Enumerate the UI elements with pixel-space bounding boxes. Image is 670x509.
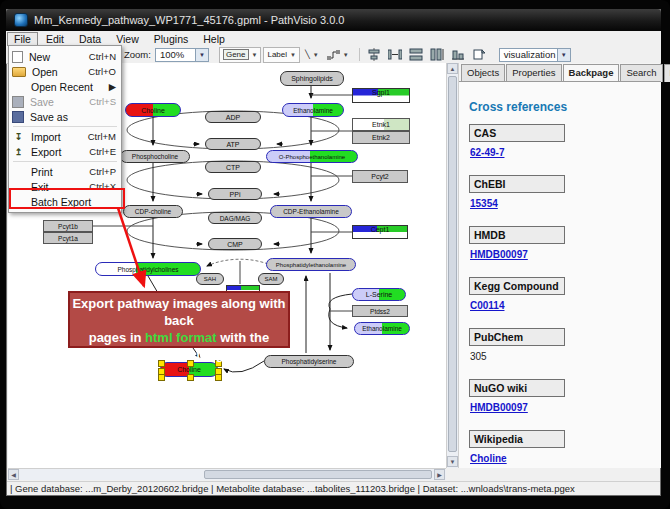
node-label: Choline [177, 366, 201, 373]
gene-tool-button[interactable]: Gene ▼ [219, 47, 262, 63]
section-title: Wikipedia [469, 430, 565, 448]
stack-columns-icon[interactable] [428, 47, 446, 62]
pathway-node-dag-mag[interactable]: DAG/MAG [208, 212, 262, 224]
menu-edit[interactable]: Edit [39, 32, 71, 46]
pathway-node-phosphatidylcholines[interactable]: Phosphatidylcholines [95, 262, 201, 276]
cross-reference-link[interactable]: 62-49-7 [470, 147, 504, 158]
page-flip-icon[interactable] [470, 47, 488, 62]
pathway-node-ethanolamine[interactable]: Ethanolamine [282, 103, 344, 117]
cross-reference-link[interactable]: HMDB00097 [470, 249, 528, 260]
menu-data[interactable]: Data [72, 32, 108, 46]
cross-reference-link[interactable]: HMDB00097 [470, 402, 528, 413]
label-tool-button[interactable]: Label ▼ [263, 47, 300, 63]
pathway-node-ppi[interactable]: PPi [208, 188, 262, 200]
pathway-node-sgpl1[interactable]: Sgpl1 [352, 88, 410, 103]
pathway-node-adp[interactable]: ADP [205, 111, 261, 123]
align-center-icon[interactable] [365, 47, 383, 62]
pathway-node-sam[interactable]: SAM [258, 273, 284, 285]
menu-plugins[interactable]: Plugins [147, 32, 195, 46]
file-menu-item-save[interactable]: SaveCtrl+S [10, 94, 120, 109]
file-menu-item-new[interactable]: NewCtrl+N [10, 49, 120, 64]
cross-reference-link[interactable]: C00114 [470, 300, 504, 311]
annotation-callout: Export pathway images along with back pa… [68, 291, 290, 348]
cross-reference-link[interactable]: Choline [470, 453, 507, 464]
scroll-down-icon[interactable]: ▼ [447, 456, 458, 467]
tab-properties[interactable]: Properties [506, 64, 561, 82]
pathway-node-pcyt1a[interactable]: Pcyt1a [43, 232, 93, 244]
zoom-combobox[interactable]: 100% ▼ [155, 48, 209, 62]
pathway-node-pcyt1b[interactable]: Pcyt1b [43, 220, 93, 232]
pathway-node-sphingolipids[interactable]: Sphingolipids [280, 71, 344, 86]
pathway-node-l-serine[interactable]: L-Serine [352, 288, 406, 301]
stack-rows-icon[interactable] [407, 47, 425, 62]
pathway-node-cdp-choline[interactable]: CDP-choline [123, 205, 183, 218]
scroll-right-icon[interactable]: ▶ [434, 469, 445, 480]
connector-tool-button[interactable]: ▼ [324, 48, 352, 62]
title-bar[interactable]: Mm_Kennedy_pathway_WP1771_45176.gpml - P… [6, 9, 661, 31]
pathway-node-etnk1[interactable]: Etnk1 [352, 118, 410, 131]
horizontal-scrollbar[interactable]: ◀ ▶ [8, 468, 446, 480]
menu-item-shortcut: Ctrl+P [89, 166, 116, 177]
chevron-down-icon: ▼ [195, 49, 208, 61]
file-menu-item-open-recent[interactable]: Open Recent▶ [10, 79, 120, 94]
annotation-line1: Export pathway images along with back [70, 295, 288, 329]
selection-handle[interactable] [187, 374, 194, 381]
pathway-node-phosphatidylethanolamine[interactable]: Phosphatidylethanolamine [266, 258, 356, 271]
menu-item-label: Save [30, 96, 81, 108]
file-menu-item-import[interactable]: ↧ImportCtrl+M [10, 129, 120, 144]
menu-file[interactable]: File [7, 32, 38, 46]
selection-handle[interactable] [215, 374, 222, 381]
selection-handle[interactable] [158, 374, 165, 381]
chevron-down-icon: ▼ [290, 52, 296, 58]
scroll-up-icon[interactable]: ▲ [447, 63, 458, 74]
node-label: CDP-choline [135, 208, 172, 215]
pathway-node-atp[interactable]: ATP [205, 138, 261, 150]
scroll-left-icon[interactable]: ◀ [8, 469, 19, 480]
section-title: CAS [469, 124, 565, 142]
visualization-combobox[interactable]: visualization ▼ [499, 48, 571, 62]
file-menu-item-open[interactable]: OpenCtrl+O [10, 64, 120, 79]
tab-legend[interactable]: Legend [664, 64, 670, 82]
file-menu-item-print[interactable]: PrintCtrl+P [10, 164, 120, 179]
pathway-node-sah[interactable]: SAH [196, 273, 224, 285]
no-icon [12, 81, 25, 92]
pathway-node-ethanolamine[interactable]: Ethanolamine [354, 322, 410, 335]
menu-item-label: Open Recent [31, 81, 101, 93]
horizontal-scroll-thumb[interactable] [204, 470, 432, 479]
pathway-node-choline[interactable]: Choline [125, 103, 181, 117]
node-label: SAH [204, 276, 216, 282]
distribute-horizontal-icon[interactable] [386, 47, 404, 62]
file-menu-item-export[interactable]: ↥ExportCtrl+E [10, 144, 120, 159]
align-bottom-icon[interactable] [449, 47, 467, 62]
node-label: L-Serine [366, 291, 392, 298]
window-title: Mm_Kennedy_pathway_WP1771_45176.gpml - P… [34, 14, 344, 26]
menu-item-shortcut: Ctrl+O [88, 66, 116, 77]
pathway-node-cept1[interactable]: Cept1 [352, 225, 408, 239]
node-label: Sgpl1 [372, 89, 390, 97]
menu-item-label: Open [32, 66, 80, 78]
pathway-node-ctp[interactable]: CTP [205, 161, 261, 173]
vertical-scroll-thumb[interactable] [448, 76, 457, 452]
pathway-node-cmp[interactable]: CMP [208, 238, 262, 250]
pathway-node-choline[interactable]: Choline [160, 362, 218, 377]
vertical-scrollbar[interactable]: ▲ ▼ [446, 63, 458, 468]
menu-item-label: Export [31, 146, 81, 158]
tab-search[interactable]: Search [620, 64, 662, 82]
cross-reference-link[interactable]: 15354 [470, 198, 498, 209]
line-tool-button[interactable]: ╲ ▼ [302, 48, 322, 62]
file-menu-item-save-as[interactable]: Save as [10, 109, 120, 124]
pathway-node-phosphocholine[interactable]: Phosphocholine [120, 150, 190, 163]
tab-objects[interactable]: Objects [461, 64, 505, 82]
menu-item-label: Batch Export [31, 196, 116, 208]
menu-item-shortcut: Ctrl+E [89, 146, 116, 157]
menu-view[interactable]: View [109, 32, 146, 46]
pathway-node-etnk2[interactable]: Etnk2 [352, 131, 410, 144]
tab-backpage[interactable]: Backpage [563, 64, 620, 82]
menu-help[interactable]: Help [196, 32, 232, 46]
pathway-node-cdp-ethanolamine[interactable]: CDP-Ethanolamine [270, 205, 352, 218]
file-menu-item-exit[interactable]: ExitCtrl+X [10, 179, 120, 194]
pathway-node-ptdss2[interactable]: Ptdss2 [352, 305, 408, 317]
file-menu-item-batch-export[interactable]: Batch Export [10, 194, 120, 209]
pathway-node-o-phosphoethanolamine[interactable]: O-Phosphoethanolamine [266, 150, 358, 163]
pathway-node-pcyt2[interactable]: Pcyt2 [352, 170, 408, 183]
